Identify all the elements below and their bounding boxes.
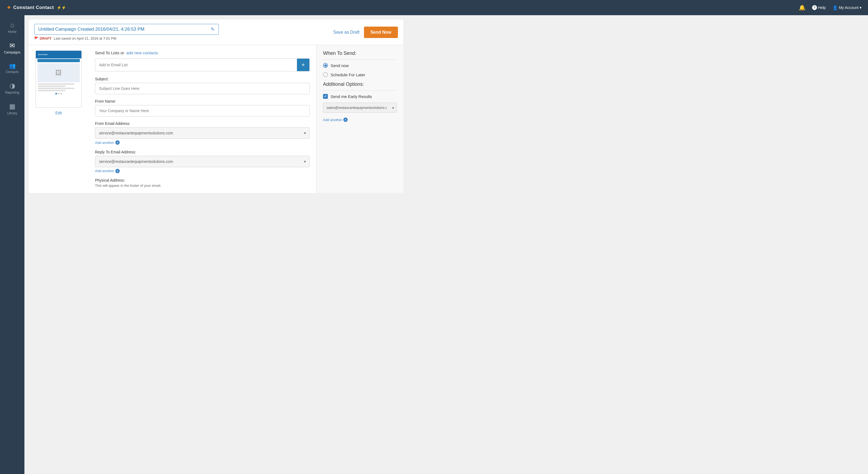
send-now-radio-label: Send now [331, 63, 349, 68]
campaign-title-input-wrap: ✎ [34, 24, 219, 35]
sidebar-item-campaigns[interactable]: ✉ Campaigns [0, 38, 24, 59]
from-email-label: From Email Address: [95, 121, 310, 126]
sidebar-item-reporting-label: Reporting [5, 91, 19, 94]
from-name-label: From Name: [95, 99, 310, 103]
sidebar-item-home-label: Home [8, 30, 17, 34]
thumb-text-line-1 [38, 83, 74, 85]
add-another-from-text: Add another [95, 141, 114, 145]
add-another-email-link[interactable]: Add another + [323, 118, 348, 122]
account-icon: 👤 [832, 5, 838, 10]
schedule-later-radio-label: Schedule For Later [331, 72, 365, 77]
early-results-checkbox-option: ✓ Send me Early Results [323, 94, 397, 99]
thumb-dot-3 [60, 93, 62, 94]
add-list-button[interactable]: + [297, 59, 309, 71]
early-results-email-select[interactable]: sales@restaurantequipmentsolutions.co [323, 102, 397, 113]
campaign-title-input[interactable] [38, 27, 208, 32]
add-another-from-link[interactable]: Add another + [95, 140, 120, 145]
campaign-title-section: ✎ 🚩 DRAFT Last saved on April 21, 2016 a… [34, 24, 329, 40]
send-to-label: Send To Lists or [95, 51, 124, 55]
contacts-icon: 👥 [9, 63, 16, 68]
home-icon: ⌂ [10, 22, 14, 28]
send-now-button[interactable]: Send Now [364, 27, 398, 38]
email-list-input-row: + [95, 58, 310, 71]
early-results-label: Send me Early Results [331, 94, 372, 99]
thumb-header-text: SOLUTIONS [38, 54, 48, 55]
thumb-img-area: 🖼 [37, 63, 80, 82]
sidebar-item-library-label: Library [7, 111, 18, 115]
sidebar: ⌂ Home ✉ Campaigns 👥 Contacts ◑ Reportin… [0, 15, 24, 474]
sidebar-item-library[interactable]: ▦ Library [0, 99, 24, 119]
thumb-text-line-2 [38, 86, 65, 87]
reporting-icon: ◑ [9, 83, 15, 89]
library-icon: ▦ [9, 103, 16, 110]
account-label: My Account [839, 5, 859, 10]
campaign-body: SOLUTIONS 🖼 [29, 45, 403, 193]
reply-to-select[interactable]: service@restaurantequipmentsolutions.com [95, 156, 310, 167]
last-saved-text: Last saved on April 21, 2016 at 7:01 PM [54, 36, 117, 40]
send-now-radio-option[interactable]: Send now [323, 63, 397, 68]
add-another-reply-plus-icon: + [115, 169, 120, 173]
schedule-later-radio-button[interactable] [323, 72, 328, 77]
from-email-select[interactable]: service@restaurantequipmentsolutions.com [95, 127, 310, 139]
thumb-dots [36, 93, 82, 94]
top-nav-right: 🔔 ? Help 👤 My Account ▾ [799, 4, 862, 11]
physical-address-section: Physical Address: This will appear in th… [95, 178, 310, 187]
logo: ✦ Constant Contact ⚡⚡ [6, 4, 66, 11]
logo-icon: ✦ [6, 4, 11, 11]
thumb-header: SOLUTIONS [36, 51, 82, 58]
edit-pencil-icon[interactable]: ✎ [211, 26, 215, 32]
early-results-select-wrap: sales@restaurantequipmentsolutions.co ▾ [323, 102, 397, 113]
help-link[interactable]: ? Help [812, 5, 826, 10]
reply-to-group: Reply To Email Address: service@restaura… [95, 150, 310, 174]
early-results-checkbox[interactable]: ✓ [323, 94, 328, 99]
sidebar-item-home[interactable]: ⌂ Home [0, 18, 24, 38]
my-account-link[interactable]: 👤 My Account ▾ [832, 5, 862, 10]
subject-label: Subject: [95, 77, 310, 81]
from-name-input[interactable] [95, 105, 310, 116]
add-another-email-plus-icon: + [343, 118, 348, 122]
help-label: Help [818, 5, 826, 10]
physical-address-hint: This will appear in the footer of your e… [95, 183, 310, 187]
when-to-send-panel: When To Send: Send now Schedule For Late… [316, 45, 403, 193]
reply-to-select-wrap: service@restaurantequipmentsolutions.com… [95, 156, 310, 167]
add-new-contacts-link[interactable]: add new contacts [126, 51, 158, 55]
campaign-card: ✎ 🚩 DRAFT Last saved on April 21, 2016 a… [29, 20, 403, 193]
physical-address-label: Physical Address: [95, 178, 310, 182]
thumb-sub [37, 59, 80, 62]
chevron-down-icon: ▾ [860, 5, 862, 10]
form-section: Send To Lists or add new contacts + Subj… [89, 45, 316, 193]
flag-icon: 🚩 [34, 36, 38, 40]
main-content: ✎ 🚩 DRAFT Last saved on April 21, 2016 a… [24, 15, 868, 474]
subject-group: Subject: [95, 77, 310, 94]
reply-to-label: Reply To Email Address: [95, 150, 310, 154]
add-another-reply-link[interactable]: Add another + [95, 169, 120, 173]
campaigns-icon: ✉ [9, 42, 15, 49]
subject-input[interactable] [95, 83, 310, 94]
add-another-reply-text: Add another [95, 169, 114, 173]
logo-text: Constant Contact [13, 5, 54, 10]
campaign-header-actions: Save as Draft Send Now [333, 27, 398, 38]
app-wrapper: ⌂ Home ✉ Campaigns 👥 Contacts ◑ Reportin… [0, 0, 868, 474]
send-to-row: Send To Lists or add new contacts [95, 51, 310, 55]
send-now-radio-button[interactable] [323, 63, 328, 68]
campaign-header: ✎ 🚩 DRAFT Last saved on April 21, 2016 a… [29, 20, 403, 45]
thumb-dot-2 [58, 93, 59, 94]
add-another-from-plus-icon: + [115, 140, 120, 145]
from-email-select-wrap: service@restaurantequipmentsolutions.com… [95, 127, 310, 139]
notification-bell-button[interactable]: 🔔 [799, 4, 806, 11]
thumb-text-line-4 [38, 90, 65, 91]
when-to-send-title: When To Send: [323, 51, 397, 60]
email-list-input[interactable] [95, 59, 297, 70]
thumb-dot-1 [55, 93, 57, 94]
edit-template-link[interactable]: Edit [55, 111, 62, 115]
thumb-text-line-3 [38, 88, 74, 89]
thumb-image-icon: 🖼 [55, 69, 62, 77]
draft-status: 🚩 DRAFT Last saved on April 21, 2016 at … [34, 36, 329, 40]
sidebar-item-reporting[interactable]: ◑ Reporting [0, 78, 24, 99]
sidebar-item-contacts[interactable]: 👥 Contacts [0, 59, 24, 78]
save-as-draft-link[interactable]: Save as Draft [333, 30, 360, 35]
schedule-later-radio-option[interactable]: Schedule For Later [323, 72, 397, 77]
add-another-email-text: Add another [323, 118, 342, 122]
additional-options-title: Additional Options: [323, 82, 397, 91]
from-email-group: From Email Address: service@restauranteq… [95, 121, 310, 145]
